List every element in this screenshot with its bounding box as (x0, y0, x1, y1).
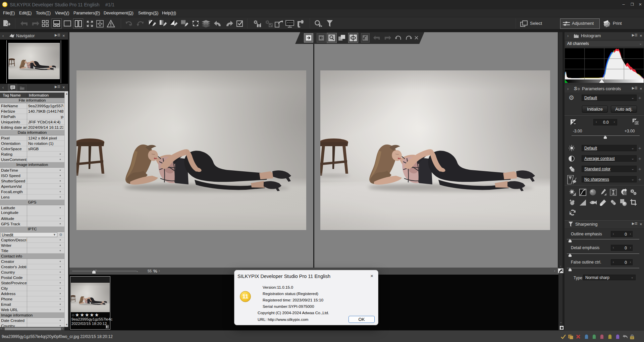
svg-text:z: z (569, 210, 571, 214)
